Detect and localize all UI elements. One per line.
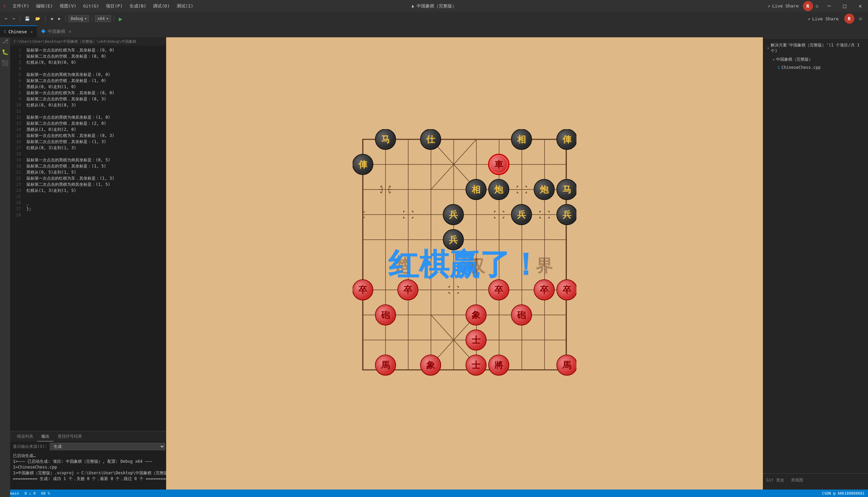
svg-text:兵: 兵 — [517, 210, 526, 220]
sidebar-debug-icon[interactable]: 🐛 — [1, 48, 9, 56]
svg-text:卒: 卒 — [494, 285, 503, 295]
error-count[interactable]: 0 ⚠ 0 — [25, 491, 35, 496]
svg-text:卒: 卒 — [403, 285, 413, 295]
source-file-item[interactable]: C ChineseChess.cpp — [766, 64, 865, 71]
svg-line-21 — [431, 139, 476, 189]
right-share-icon: ↗ — [807, 16, 810, 22]
line-numbers: 1234567891011121314151617181920212223242… — [10, 46, 24, 429]
svg-point-138 — [421, 129, 441, 150]
output-source-select[interactable]: 生成 — [50, 443, 165, 450]
menu-project[interactable]: 项目(P) — [102, 0, 126, 12]
right-toolbar-live-share[interactable]: ↗ Live Share — [803, 15, 842, 23]
tab-errors[interactable]: 错误列表 — [13, 431, 37, 441]
svg-point-148 — [354, 156, 372, 173]
svg-line-23 — [431, 315, 476, 365]
output-line-5: ========== 生成: 成功 1 个，失败 0 个，最新 0 个，跳过 0… — [13, 476, 173, 482]
code-text[interactable]: 鼠标第一次点击的红棋为车，其坐标是：(9, 0) 鼠标第二次点击的空棋，其坐标是… — [24, 46, 176, 429]
toolbar-redo[interactable]: ↪ — [11, 16, 17, 22]
toolbar-settings-icon[interactable]: ⚙ — [856, 16, 865, 22]
svg-point-166 — [513, 206, 530, 224]
sidebar-extensions-icon[interactable]: ⬛ — [1, 59, 9, 67]
live-share-button[interactable]: ↗ Live Share — [763, 2, 802, 10]
menu-test[interactable]: 测试(I) — [173, 0, 197, 12]
project-item[interactable]: ▾ 中国象棋（完整版） — [766, 55, 865, 64]
arch-dropdown[interactable]: x64 ▾ — [95, 15, 111, 22]
svg-text:卒: 卒 — [563, 285, 572, 295]
svg-point-181 — [399, 281, 417, 299]
source-file-text: ChineseChess.cpp — [782, 65, 821, 70]
user-avatar[interactable]: R — [803, 1, 813, 11]
svg-point-135 — [375, 129, 396, 150]
menu-git[interactable]: Git(G) — [80, 0, 102, 12]
solution-label: ▾ 解决方案'中国象棋（完整版）'(1 个项目/共 1 个) — [766, 41, 865, 55]
svg-text:馬: 馬 — [381, 360, 390, 370]
toolbar-open[interactable]: 📂 — [33, 16, 42, 22]
svg-text:马: 马 — [563, 185, 571, 195]
menu-debug[interactable]: 调试(D) — [150, 0, 173, 12]
toolbar: ↩ ↪ 💾 📂 ◀ ▶ Debug ▾ x64 ▾ ▶ ↗ Live Share… — [0, 12, 868, 25]
svg-point-187 — [536, 281, 553, 299]
svg-point-168 — [557, 204, 577, 225]
tab-close-chinese[interactable]: ✕ — [30, 29, 32, 34]
project-tree-icon: ▾ — [772, 57, 775, 62]
chess-window: 楚 河 汉 界 — [166, 0, 763, 497]
svg-point-208 — [422, 356, 439, 374]
svg-point-163 — [444, 206, 462, 224]
toolbar-forward[interactable]: ▶ — [56, 16, 63, 22]
minimize-button[interactable]: ─ — [821, 0, 837, 12]
window-title-center: ♟ 中国象棋（完整版） — [412, 3, 457, 9]
tab-chess-file[interactable]: 🔷 中国象棋 ✕ — [37, 25, 75, 37]
menu-bar: ⚡ 文件(F) 编辑(E) 视图(V) Git(G) 项目(P) 生成(B) 调… — [0, 0, 197, 12]
editor-content[interactable]: 1234567891011121314151617181920212223242… — [10, 46, 176, 429]
svg-text:士: 士 — [472, 335, 481, 345]
tab-find-results[interactable]: 查找符号结果 — [54, 431, 86, 441]
debug-config-dropdown[interactable]: Debug ▾ — [69, 15, 89, 22]
output-panel: 错误列表 输出 查找符号结果 显示输出来源(S): 生成 📋 已启动生成… 1>… — [10, 431, 176, 497]
svg-point-189 — [557, 280, 577, 300]
svg-text:马: 马 — [381, 134, 390, 144]
right-panel: 📌 ⤢ ✕ 🔍 ▾ 解决方案'中国象棋（完整版）'(1 个项目/共 1 个) ▾… — [763, 12, 868, 497]
tab-output[interactable]: 输出 — [37, 431, 54, 441]
settings-icon[interactable]: ⚙ — [813, 3, 821, 9]
run-button[interactable]: ▶ — [117, 15, 125, 23]
sidebar-git-icon[interactable]: ⎇ — [1, 37, 9, 45]
tab-close-chess[interactable]: ✕ — [69, 29, 71, 34]
arch-chevron-icon: ▾ — [106, 16, 109, 21]
svg-text:相: 相 — [471, 185, 481, 195]
menu-edit[interactable]: 编辑(E) — [32, 0, 56, 12]
git-changes-label[interactable]: Git 更改 — [766, 477, 784, 483]
svg-point-171 — [443, 229, 464, 250]
menu-build[interactable]: 生成(B) — [126, 0, 150, 12]
output-source-label: 显示输出来源(S): — [13, 444, 47, 450]
svg-text:兵: 兵 — [449, 235, 458, 245]
menu-view[interactable]: 视图(V) — [56, 0, 80, 12]
editor-area: C:\Users\User\Desktop\中国象棋（完整版）\x64\Debu… — [10, 37, 176, 429]
toolbar-back[interactable]: ◀ — [48, 16, 55, 22]
maximize-button[interactable]: □ — [837, 0, 852, 12]
svg-text:相: 相 — [517, 134, 526, 144]
svg-point-180 — [398, 280, 418, 300]
tab-chinese-label: Chinese — [9, 29, 27, 34]
zoom-status[interactable]: 60 % — [41, 491, 50, 496]
svg-point-150 — [466, 179, 486, 200]
title-bar-controls: ↗ Live Share R ⚙ ─ □ ✕ — [763, 0, 868, 12]
svg-point-193 — [377, 306, 394, 324]
class-view-label[interactable]: 类视图 — [791, 477, 803, 483]
chess-board-container: 楚 河 汉 界 — [166, 12, 763, 497]
left-sidebar: 📁 🔍 ⎇ 🐛 ⬛ — [0, 12, 10, 497]
live-share-label: Live Share — [772, 3, 798, 9]
menu-file[interactable]: 文件(F) — [9, 0, 32, 12]
svg-line-22 — [431, 139, 476, 189]
toolbar-undo[interactable]: ↩ — [3, 16, 9, 22]
window-title-text: 中国象棋（完整版） — [417, 3, 456, 9]
toolbar-save[interactable]: 💾 — [23, 16, 32, 22]
svg-text:俥: 俥 — [358, 160, 368, 170]
svg-point-201 — [466, 330, 486, 350]
toolbar-avatar[interactable]: R — [844, 14, 854, 24]
toolbar-separator-2 — [45, 15, 45, 22]
tab-chinese[interactable]: C Chinese ✕ — [0, 25, 37, 37]
svg-text:卒: 卒 — [540, 285, 549, 295]
close-button[interactable]: ✕ — [852, 0, 868, 12]
toolbar-separator-5 — [114, 15, 114, 22]
solution-text: 解决方案'中国象棋（完整版）'(1 个项目/共 1 个) — [771, 42, 864, 54]
